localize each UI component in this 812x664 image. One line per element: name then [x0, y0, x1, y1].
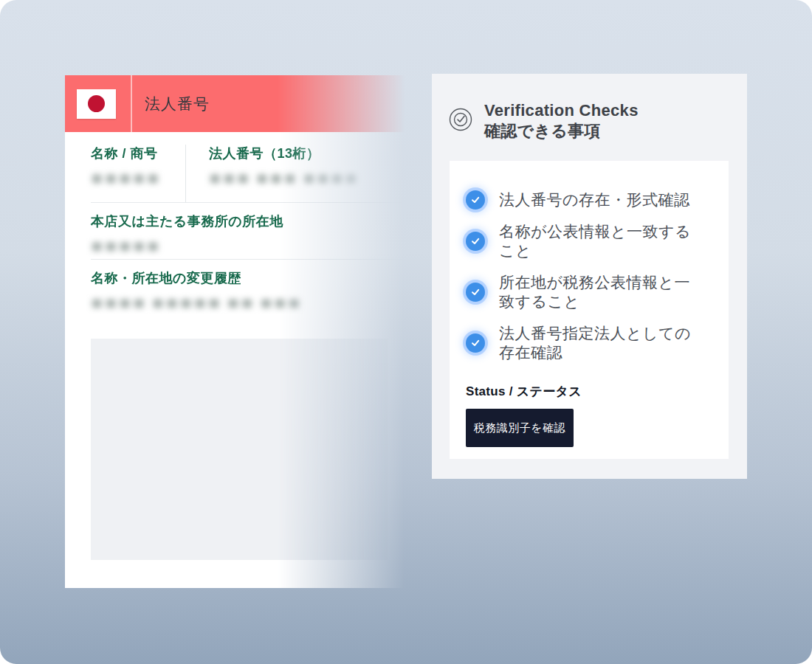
check-circle-icon: [466, 232, 485, 251]
status-label: Status / ステータス: [466, 383, 729, 400]
target-check-icon: [449, 108, 472, 131]
redacted-value: 〓〓〓〓〓: [91, 238, 408, 255]
japan-flag-icon: [77, 89, 116, 119]
field-corporate-number: 法人番号（13桁） 〓〓〓 〓〓〓 〓〓〓〓: [185, 145, 408, 202]
field-label: 名称 / 商号: [91, 145, 185, 162]
verification-panel: Verification Checks 確認できる事項 法人番号の存在・形式確認…: [432, 74, 747, 479]
check-item-label: 所在地が税務公表情報と一致すること: [499, 273, 694, 311]
japan-flag-circle: [88, 95, 105, 112]
document-row-name-number: 名称 / 商号 〓〓〓〓〓 法人番号（13桁） 〓〓〓 〓〓〓 〓〓〓〓: [91, 145, 408, 202]
field-address: 本店又は主たる事務所の所在地 〓〓〓〓〓: [91, 203, 408, 259]
field-label: 法人番号（13桁）: [209, 145, 408, 162]
document-body: 名称 / 商号 〓〓〓〓〓 法人番号（13桁） 〓〓〓 〓〓〓 〓〓〓〓 本店又…: [65, 132, 408, 588]
verification-card: 法人番号の存在・形式確認 名称が公表情報と一致すること 所在地が税務公表情報と一…: [450, 161, 729, 459]
check-item: 所在地が税務公表情報と一致すること: [466, 273, 729, 311]
check-circle-icon: [466, 283, 485, 302]
document-header: 法人番号: [65, 75, 408, 132]
verification-title-ja: 確認できる事項: [484, 121, 639, 142]
page-background: 法人番号 名称 / 商号 〓〓〓〓〓 法人番号（13桁） 〓〓〓 〓〓〓 〓〓〓…: [0, 0, 812, 664]
document-title: 法人番号: [145, 94, 210, 114]
check-item: 法人番号指定法人としての存在確認: [466, 324, 729, 362]
corporate-number-document: 法人番号 名称 / 商号 〓〓〓〓〓 法人番号（13桁） 〓〓〓 〓〓〓 〓〓〓…: [65, 75, 408, 588]
check-circle-icon: [466, 190, 485, 210]
check-item-label: 法人番号の存在・形式確認: [499, 190, 690, 210]
check-item: 法人番号の存在・形式確認: [466, 190, 729, 210]
verify-tax-id-button[interactable]: 税務識別子を確認: [466, 409, 574, 447]
check-item-label: 法人番号指定法人としての存在確認: [499, 324, 694, 362]
field-label: 名称・所在地の変更履歴: [91, 269, 408, 287]
document-empty-area: [91, 339, 388, 560]
verification-header: Verification Checks 確認できる事項: [432, 74, 747, 142]
field-name: 名称 / 商号 〓〓〓〓〓: [91, 145, 185, 202]
verification-title-en: Verification Checks: [484, 100, 639, 121]
redacted-value: 〓〓〓 〓〓〓 〓〓〓〓: [209, 170, 408, 187]
check-item: 名称が公表情報と一致すること: [466, 222, 729, 260]
field-history: 名称・所在地の変更履歴 〓〓〓〓 〓〓〓〓〓 〓〓 〓〓〓: [91, 260, 408, 316]
verification-title: Verification Checks 確認できる事項: [484, 100, 639, 142]
check-item-label: 名称が公表情報と一致すること: [499, 222, 694, 260]
field-label: 本店又は主たる事務所の所在地: [91, 212, 408, 230]
header-divider: [131, 75, 132, 132]
check-circle-icon: [466, 333, 485, 353]
redacted-value: 〓〓〓〓 〓〓〓〓〓 〓〓 〓〓〓: [91, 295, 408, 312]
redacted-value: 〓〓〓〓〓: [91, 170, 185, 187]
